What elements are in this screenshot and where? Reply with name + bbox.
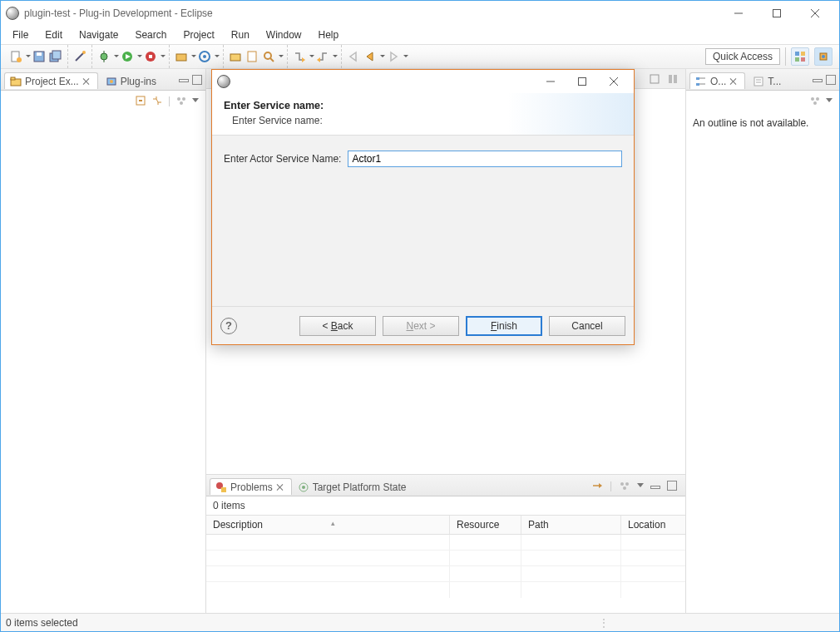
plugins-icon <box>106 76 117 87</box>
minimize-button[interactable] <box>719 1 758 26</box>
menu-edit[interactable]: Edit <box>37 27 71 43</box>
minimize-view-icon[interactable] <box>813 79 823 82</box>
target-button[interactable] <box>198 50 218 63</box>
prev-annotation-button[interactable] <box>316 50 336 63</box>
tab-outline-label: O... <box>710 76 726 87</box>
close-icon[interactable] <box>276 483 284 491</box>
nav-forward-button[interactable] <box>387 50 407 63</box>
view-menu-icon[interactable] <box>826 98 833 106</box>
finish-button[interactable]: Finish <box>466 316 542 336</box>
tab-target-platform-label: Target Platform State <box>313 481 407 493</box>
project-explorer-toolbar: | <box>1 91 205 111</box>
search-button[interactable] <box>262 50 282 63</box>
cancel-button[interactable]: Cancel <box>549 316 625 336</box>
tasklist-icon <box>753 76 764 87</box>
menu-project[interactable]: Project <box>175 27 222 43</box>
goto-icon[interactable] <box>591 480 603 491</box>
problems-header[interactable]: ▴Description Resource Path Location Type <box>206 516 685 535</box>
bottom-tabfolder: Problems Target Platform State | <box>206 475 685 496</box>
svg-point-46 <box>180 101 183 105</box>
bottom-pane: Problems Target Platform State | <box>206 474 685 613</box>
maximize-view-icon[interactable] <box>826 75 836 85</box>
menu-navigate[interactable]: Navigate <box>71 27 126 43</box>
tab-plugins[interactable]: Plug-ins <box>100 72 164 89</box>
menu-file[interactable]: File <box>4 27 37 43</box>
col-resource[interactable]: Resource <box>450 516 521 534</box>
left-tabfolder: Project Ex... Plug-ins <box>1 69 205 91</box>
left-pane: Project Ex... Plug-ins | <box>1 69 206 613</box>
nav-back-button[interactable] <box>347 50 360 63</box>
save-button[interactable] <box>32 50 46 63</box>
target-icon <box>298 481 309 493</box>
menu-window[interactable]: Window <box>258 27 310 43</box>
open-task-button[interactable] <box>245 50 259 63</box>
dialog-close-button[interactable] <box>604 73 624 90</box>
problems-table[interactable]: ▴Description Resource Path Location Type <box>206 515 685 613</box>
filters-icon[interactable] <box>809 95 821 106</box>
svg-point-53 <box>302 486 305 489</box>
dialog-titlebar[interactable] <box>212 70 634 93</box>
menu-run[interactable]: Run <box>223 27 258 43</box>
external-tools-button[interactable] <box>144 50 164 63</box>
problems-count: 0 items <box>206 496 685 515</box>
save-all-button[interactable] <box>49 50 62 63</box>
svg-marker-30 <box>391 52 397 61</box>
quick-access-field[interactable]: Quick Access <box>705 48 780 65</box>
run-button[interactable] <box>121 50 141 63</box>
help-button[interactable]: ? <box>220 318 237 334</box>
new-button[interactable] <box>9 50 29 63</box>
dialog-maximize-button[interactable] <box>572 73 592 90</box>
open-perspective-button[interactable] <box>791 47 809 66</box>
plugin-perspective-button[interactable] <box>814 47 833 66</box>
svg-line-25 <box>270 58 274 62</box>
project-explorer-body[interactable] <box>1 111 205 613</box>
sash-handle[interactable]: ⋮ <box>599 617 610 629</box>
menu-help[interactable]: Help <box>310 27 348 43</box>
maximize-button[interactable] <box>758 1 796 26</box>
col-description[interactable]: ▴Description <box>206 516 450 534</box>
plugin-manifest-button[interactable] <box>175 50 195 63</box>
editor-icon-1[interactable] <box>649 73 660 85</box>
dialog-minimize-button[interactable] <box>541 73 561 90</box>
view-menu-icon[interactable] <box>192 98 199 106</box>
menu-search[interactable]: Search <box>126 27 175 43</box>
wand-icon[interactable] <box>73 50 86 63</box>
collapse-all-icon[interactable] <box>135 95 146 106</box>
editor-icon-2[interactable] <box>667 73 679 85</box>
link-editor-icon[interactable] <box>151 95 163 106</box>
col-path[interactable]: Path <box>521 516 621 534</box>
tab-target-platform[interactable]: Target Platform State <box>292 478 414 495</box>
close-button[interactable] <box>796 1 834 26</box>
maximize-view-icon[interactable] <box>192 75 202 85</box>
minimize-view-icon[interactable] <box>650 486 660 489</box>
next-annotation-button[interactable] <box>293 50 313 63</box>
tab-plugins-label: Plug-ins <box>121 76 156 87</box>
status-bar: 0 items selected ⋮ <box>1 613 839 631</box>
filters-icon[interactable] <box>619 480 630 491</box>
tab-problems[interactable]: Problems <box>210 478 292 495</box>
maximize-view-icon[interactable] <box>667 481 677 491</box>
minimize-view-icon[interactable] <box>179 79 189 82</box>
right-tabfolder: O... T... <box>686 69 839 91</box>
svg-marker-29 <box>367 52 373 61</box>
debug-button[interactable] <box>97 50 117 63</box>
close-icon[interactable] <box>729 77 738 86</box>
svg-point-40 <box>110 80 113 83</box>
tab-outline[interactable]: O... <box>689 72 745 89</box>
view-menu-icon[interactable] <box>637 483 644 491</box>
svg-rect-47 <box>650 75 659 83</box>
filters-icon[interactable] <box>175 95 187 106</box>
open-type-button[interactable] <box>229 50 242 63</box>
nav-back-history-button[interactable] <box>363 50 383 63</box>
close-icon[interactable] <box>82 77 91 86</box>
svg-point-11 <box>82 51 86 54</box>
svg-point-5 <box>17 57 22 62</box>
tab-project-explorer[interactable]: Project Ex... <box>4 72 98 89</box>
tab-tasklist[interactable]: T... <box>747 72 788 89</box>
svg-point-56 <box>625 482 629 486</box>
svg-rect-18 <box>149 55 152 58</box>
back-button[interactable]: < Back <box>299 316 376 336</box>
svg-rect-22 <box>230 54 240 61</box>
actor-service-name-input[interactable] <box>348 151 622 167</box>
dialog-banner-subtitle: Enter Service name: <box>224 115 622 126</box>
